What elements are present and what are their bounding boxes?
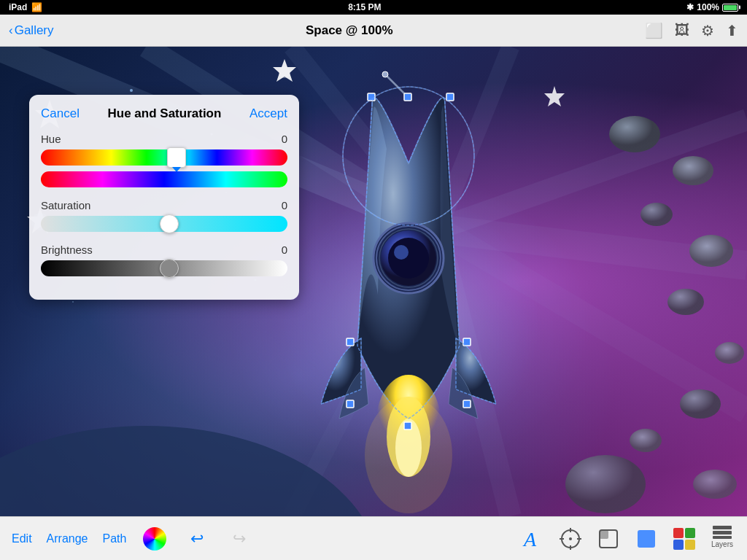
back-label: Gallery [15,23,54,38]
status-bar: iPad 📶 8:15 PM ✱ 100% [0,0,747,15]
svg-point-41 [394,245,409,260]
text-tool-button[interactable]: A [519,526,546,552]
color-wheel-button[interactable] [141,525,169,553]
redo-button[interactable]: ↪ [225,525,253,553]
nav-bar: ‹ Gallery Space @ 100% ⬜ 🖼 ⚙ ⬆ [0,15,747,47]
focus-tool-button[interactable] [557,526,584,552]
path-button[interactable]: Path [103,532,127,545]
svg-rect-73 [713,536,732,539]
svg-point-59 [569,537,572,540]
wifi-icon: 📶 [31,2,42,12]
cancel-button[interactable]: Cancel [41,106,80,121]
svg-point-24 [673,156,713,185]
accept-button[interactable]: Accept [249,106,287,121]
color-grid-button[interactable] [671,526,697,552]
toolbar-left: Edit Arrange Path ↩ ↪ [12,525,253,553]
text-icon: A [522,527,543,551]
hue-slider-track1[interactable] [41,149,287,166]
svg-point-40 [388,238,429,279]
hue-thumb[interactable] [167,147,186,168]
battery-indicator [722,4,738,12]
brightness-value: 0 [282,244,287,256]
hue-slider-track2[interactable] [41,171,287,187]
svg-rect-72 [713,531,732,534]
bottom-toolbar: Edit Arrange Path ↩ ↪ A [0,516,747,560]
svg-point-29 [680,389,721,419]
frame-icon[interactable]: ⬜ [645,22,663,39]
svg-marker-15 [544,86,565,106]
saturation-value: 0 [282,199,287,211]
svg-rect-71 [713,526,732,529]
focus-icon [560,528,581,550]
svg-point-25 [640,203,673,226]
redo-icon: ↪ [233,529,246,548]
svg-point-16 [130,89,133,92]
image-icon[interactable]: 🖼 [675,22,689,39]
layers-icon [711,526,733,539]
undo-button[interactable]: ↩ [183,525,211,553]
edit-button[interactable]: Edit [12,532,32,545]
hue-row: Hue 0 [41,133,287,187]
device-label: iPad [9,2,27,12]
svg-rect-52 [347,400,354,408]
battery-fill [724,5,737,10]
svg-rect-55 [404,422,411,429]
svg-point-30 [630,429,662,452]
color-fill-button[interactable] [633,526,659,552]
saturation-thumb[interactable] [160,214,179,233]
battery-pct-label: 100% [697,2,719,12]
brightness-slider-track[interactable] [41,260,287,276]
chevron-left-icon: ‹ [9,23,13,38]
svg-point-36 [382,71,388,77]
saturation-row: Saturation 0 [41,199,287,232]
page-title: Space @ 100% [306,23,393,38]
layers-label: Layers [711,540,733,548]
undo-icon: ↩ [190,529,204,548]
svg-rect-70 [685,540,695,550]
color-wheel-icon [143,527,166,551]
svg-rect-68 [685,528,695,538]
svg-point-27 [667,289,704,315]
saturation-slider-track[interactable] [41,216,287,232]
settings-icon[interactable]: ⚙ [701,22,714,39]
svg-rect-54 [404,93,411,101]
color-fill-icon [636,529,657,549]
share-icon[interactable]: ⬆ [726,22,738,39]
hue-label: Hue [41,133,61,145]
svg-rect-49 [446,93,454,101]
time-display: 8:15 PM [348,2,381,12]
hue-value: 0 [282,133,287,145]
svg-text:A: A [522,528,537,551]
layers-button[interactable]: Layers [709,526,735,552]
panel-title: Hue and Saturation [108,106,222,121]
hue-saturation-panel: Cancel Hue and Saturation Accept Hue 0 S… [29,95,299,300]
saturation-label: Saturation [41,199,90,211]
svg-rect-67 [673,528,684,538]
svg-rect-53 [463,400,471,408]
svg-rect-66 [638,530,655,548]
svg-point-47 [365,397,452,513]
brightness-label: Brightness [41,244,93,256]
svg-point-10 [279,66,290,78]
brightness-row: Brightness 0 [41,244,287,276]
panel-header: Cancel Hue and Saturation Accept [41,106,287,121]
back-button[interactable]: ‹ Gallery [9,23,54,38]
arrange-button[interactable]: Arrange [47,532,88,545]
svg-point-23 [609,116,660,152]
toolbar-right: A [519,526,735,552]
svg-point-26 [689,235,733,267]
mask-icon [597,528,619,550]
bluetooth-icon: ✱ [686,2,694,12]
svg-point-31 [565,455,646,513]
svg-point-28 [715,342,744,364]
svg-rect-65 [600,530,608,539]
svg-rect-69 [673,540,684,550]
svg-point-21 [72,301,74,303]
mask-tool-button[interactable] [595,526,622,552]
color-grid-icon [673,527,696,551]
svg-point-32 [693,470,737,499]
brightness-thumb[interactable] [160,259,179,278]
